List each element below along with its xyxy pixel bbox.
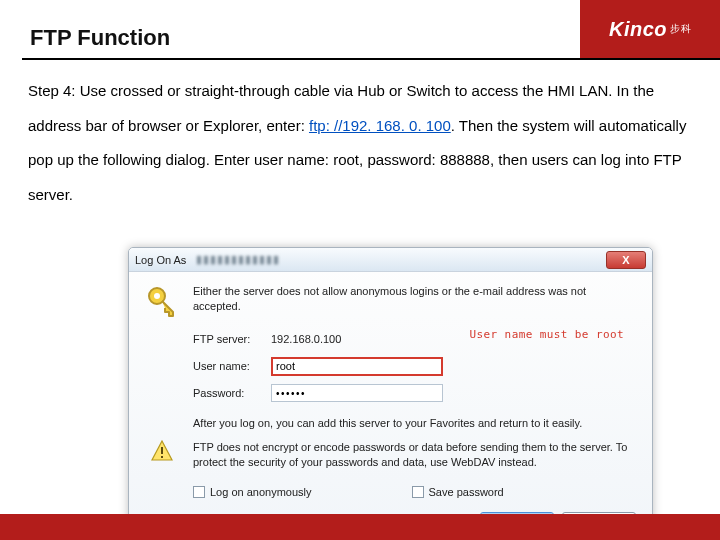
anon-checkbox[interactable]: Log on anonymously: [193, 486, 312, 498]
save-password-checkbox[interactable]: Save password: [412, 486, 504, 498]
brand-logo: Kinco 步科: [580, 0, 720, 58]
anon-label: Log on anonymously: [210, 486, 312, 498]
svg-rect-4: [161, 456, 163, 458]
instruction-text: Step 4: Use crossed or straight-through …: [0, 60, 720, 212]
ftp-server-label: FTP server:: [193, 333, 271, 345]
password-label: Password:: [193, 387, 271, 399]
username-label: User name:: [193, 360, 271, 372]
brand-sub: 步科: [670, 22, 691, 36]
slide-bottom-bar: [0, 514, 720, 540]
key-icon: [145, 284, 179, 320]
checkbox-icon: [412, 486, 424, 498]
brand-name: Kinco: [609, 18, 667, 41]
ftp-server-value: 192.168.0.100: [271, 333, 341, 345]
warning-icon: [145, 440, 179, 462]
dialog-titlebar[interactable]: Log On As ▮▮▮▮▮▮▮▮▮▮▮▮ X: [129, 248, 652, 272]
checkbox-icon: [193, 486, 205, 498]
logon-dialog: Log On As ▮▮▮▮▮▮▮▮▮▮▮▮ X Either the serv…: [128, 247, 653, 540]
close-button[interactable]: X: [606, 251, 646, 269]
username-annotation: User name must be root: [470, 328, 625, 341]
username-input[interactable]: [271, 357, 443, 376]
anon-denied-message: Either the server does not allow anonymo…: [193, 284, 636, 314]
password-input[interactable]: [271, 384, 443, 402]
svg-point-1: [154, 293, 160, 299]
header-underline: [22, 58, 720, 60]
close-icon: X: [622, 254, 629, 266]
dialog-title-blurred: ▮▮▮▮▮▮▮▮▮▮▮▮: [196, 253, 280, 266]
slide-header: FTP Function Kinco 步科: [0, 0, 720, 60]
save-password-label: Save password: [429, 486, 504, 498]
security-warning: FTP does not encrypt or encode passwords…: [193, 440, 636, 470]
ftp-link[interactable]: ftp: //192. 168. 0. 100: [309, 117, 451, 134]
favorites-info: After you log on, you can add this serve…: [193, 416, 636, 430]
svg-rect-3: [161, 447, 163, 454]
dialog-title: Log On As: [135, 254, 186, 266]
